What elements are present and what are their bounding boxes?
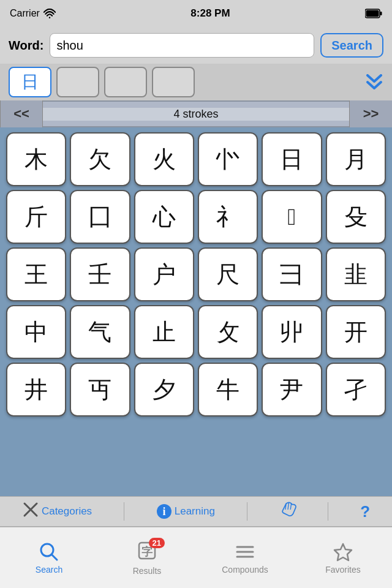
results-tab-label: Results: [133, 566, 162, 576]
tab-search[interactable]: Search: [0, 527, 98, 588]
stroke-box-3[interactable]: [152, 67, 195, 97]
char-btn-11[interactable]: 殳: [326, 190, 386, 244]
question-icon: ?: [360, 502, 370, 521]
carrier-label: Carrier: [10, 8, 40, 19]
char-btn-2[interactable]: 火: [134, 132, 194, 186]
svg-marker-15: [334, 544, 352, 560]
categories-label: Categories: [42, 505, 92, 518]
categories-button[interactable]: Categories: [22, 501, 92, 522]
char-btn-20[interactable]: 止: [134, 305, 194, 359]
stroke-label: 4 strokes: [43, 108, 349, 121]
stroke-box-1[interactable]: [56, 67, 99, 97]
toolbar-divider-3: [328, 502, 328, 521]
stroke-nav: << 4 strokes >>: [0, 100, 392, 127]
stroke-box-2[interactable]: [104, 67, 147, 97]
char-btn-13[interactable]: 壬: [70, 247, 130, 301]
hand-button[interactable]: [279, 501, 296, 522]
char-btn-12[interactable]: 王: [6, 247, 66, 301]
word-label: Word:: [9, 39, 43, 53]
status-left: Carrier: [10, 8, 56, 19]
char-btn-26[interactable]: 夕: [134, 363, 194, 417]
categories-icon: [22, 501, 39, 522]
char-btn-1[interactable]: 欠: [70, 132, 130, 186]
char-grid: 木欠火㣺日月斤囗心礻𠃍殳王壬户尺彐韭中气止攵丱开井丏夕牛尹孑: [0, 127, 392, 421]
char-btn-22[interactable]: 丱: [262, 305, 322, 359]
char-btn-0[interactable]: 木: [6, 132, 66, 186]
compounds-tab-icon: [235, 541, 255, 562]
chevron-down-icon[interactable]: [365, 74, 383, 90]
search-input[interactable]: [50, 33, 314, 58]
battery-icon: [365, 9, 382, 18]
stroke-box-0[interactable]: 日: [9, 67, 51, 97]
char-btn-14[interactable]: 户: [134, 247, 194, 301]
status-right: [365, 9, 382, 18]
char-btn-24[interactable]: 井: [6, 363, 66, 417]
char-btn-17[interactable]: 韭: [326, 247, 386, 301]
char-btn-5[interactable]: 月: [326, 132, 386, 186]
svg-point-0: [49, 17, 51, 18]
wifi-icon: [43, 9, 56, 18]
results-badge: 21: [149, 538, 165, 548]
tab-results[interactable]: 字 21 Results: [98, 527, 196, 588]
char-btn-6[interactable]: 斤: [6, 190, 66, 244]
char-btn-9[interactable]: 礻: [198, 190, 258, 244]
char-btn-7[interactable]: 囗: [70, 190, 130, 244]
char-btn-3[interactable]: 㣺: [198, 132, 258, 186]
svg-line-9: [51, 554, 57, 560]
char-btn-4[interactable]: 日: [262, 132, 322, 186]
svg-rect-2: [380, 12, 382, 15]
bottom-toolbar: Categories i Learning ?: [0, 496, 392, 527]
char-btn-16[interactable]: 彐: [262, 247, 322, 301]
toolbar-divider-1: [124, 502, 124, 521]
char-btn-21[interactable]: 攵: [198, 305, 258, 359]
char-btn-18[interactable]: 中: [6, 305, 66, 359]
search-button[interactable]: Search: [320, 33, 383, 58]
char-btn-29[interactable]: 孑: [326, 363, 386, 417]
prev-stroke-button[interactable]: <<: [0, 100, 43, 127]
char-btn-28[interactable]: 尹: [262, 363, 322, 417]
char-btn-8[interactable]: 心: [134, 190, 194, 244]
search-tab-label: Search: [36, 565, 62, 575]
svg-rect-3: [366, 10, 379, 17]
tab-compounds[interactable]: Compounds: [196, 527, 294, 588]
favorites-tab-label: Favorites: [325, 565, 361, 575]
search-tab-icon: [39, 541, 59, 562]
toolbar-divider-2: [247, 502, 247, 521]
char-btn-23[interactable]: 开: [326, 305, 386, 359]
info-button[interactable]: i Learning: [156, 503, 215, 519]
char-btn-25[interactable]: 丏: [70, 363, 130, 417]
svg-text:i: i: [162, 505, 165, 518]
status-time: 8:28 PM: [190, 7, 230, 20]
char-grid-wrapper: 木欠火㣺日月斤囗心礻𠃍殳王壬户尺彐韭中气止攵丱开井丏夕牛尹孑: [0, 127, 392, 496]
favorites-tab-icon: [333, 541, 353, 562]
char-btn-19[interactable]: 气: [70, 305, 130, 359]
char-btn-27[interactable]: 牛: [198, 363, 258, 417]
next-stroke-button[interactable]: >>: [349, 100, 392, 127]
info-icon: i: [156, 503, 172, 519]
help-button[interactable]: ?: [360, 502, 370, 521]
char-btn-10[interactable]: 𠃍: [262, 190, 322, 244]
tab-favorites[interactable]: Favorites: [294, 527, 392, 588]
hand-icon: [279, 501, 296, 522]
status-bar: Carrier 8:28 PM: [0, 0, 392, 27]
learning-label: Learning: [175, 505, 215, 518]
tab-bar: Search 字 21 Results Compounds: [0, 527, 392, 588]
compounds-tab-label: Compounds: [222, 565, 268, 575]
stroke-area: 日: [0, 64, 392, 100]
char-btn-15[interactable]: 尺: [198, 247, 258, 301]
search-bar: Word: Search: [0, 27, 392, 64]
